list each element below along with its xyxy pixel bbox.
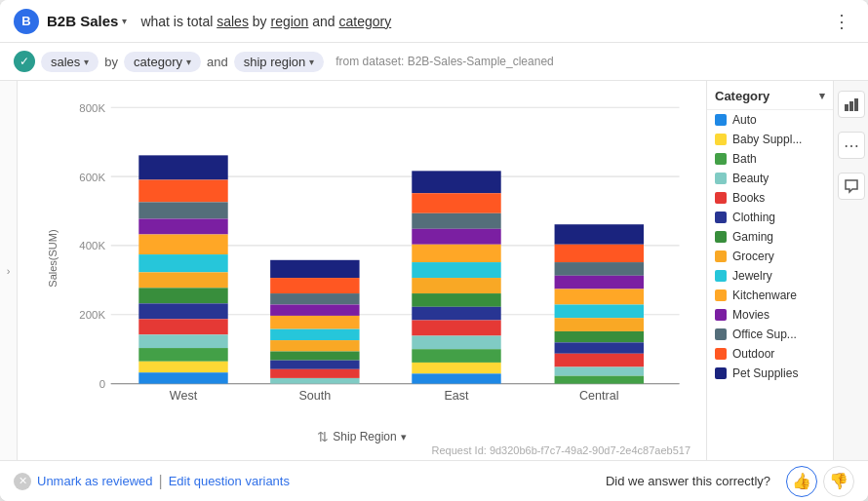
legend-swatch	[715, 114, 727, 126]
svg-rect-32	[270, 340, 359, 351]
svg-rect-67	[849, 101, 853, 111]
thumbdown-button[interactable]: 👎	[823, 466, 854, 497]
feedback-question: Did we answer this correctly?	[606, 474, 770, 488]
more-options-icon[interactable]: ⋮	[829, 7, 854, 36]
svg-rect-34	[270, 361, 359, 369]
svg-text:West: West	[170, 389, 198, 403]
app-name: B2B Sales	[47, 13, 118, 29]
pill-category[interactable]: category ▾	[124, 52, 201, 72]
svg-rect-35	[270, 369, 359, 378]
sort-icon: ⇅	[317, 429, 329, 444]
svg-rect-26	[270, 260, 359, 278]
x-axis-dropdown-icon[interactable]: ▾	[401, 431, 407, 443]
edit-link[interactable]: Edit question variants	[169, 474, 290, 488]
svg-rect-16	[138, 254, 227, 272]
chart-type-icon[interactable]	[838, 91, 865, 118]
svg-rect-43	[412, 262, 500, 278]
by-text: by	[104, 55, 118, 69]
svg-rect-33	[270, 352, 359, 361]
svg-text:South: South	[298, 389, 331, 403]
legend-swatch	[715, 192, 727, 204]
check-icon: ✓	[14, 51, 35, 72]
svg-rect-45	[412, 293, 500, 307]
svg-rect-42	[412, 245, 500, 262]
legend-item: Jewelry	[707, 266, 833, 286]
query-sales: sales	[217, 14, 249, 29]
legend-swatch	[715, 173, 727, 184]
svg-text:400K: 400K	[79, 241, 105, 252]
chart-svg: 800K 600K 400K 200K 0	[66, 89, 690, 427]
legend-item-label: Gaming	[732, 230, 773, 244]
dataset-text: from dataset: B2B-Sales-Sample_cleaned	[335, 55, 553, 68]
x-axis-label-container: ⇅ Ship Region ▾	[317, 429, 406, 444]
legend-item-label: Pet Supplies	[732, 366, 798, 380]
svg-rect-27	[270, 278, 359, 293]
and-text: and	[207, 55, 228, 69]
legend-item: Movies	[707, 305, 833, 325]
svg-rect-41	[412, 229, 500, 245]
thumbup-button[interactable]: 👍	[786, 466, 817, 497]
y-axis-label: Sales(SUM)	[47, 229, 59, 287]
header-query: what is total sales by region and catego…	[140, 14, 391, 29]
header: B B2B Sales ▾ what is total sales by reg…	[0, 0, 868, 43]
more-icon[interactable]: ⋯	[838, 132, 865, 159]
svg-rect-46	[412, 307, 500, 321]
svg-rect-28	[270, 293, 359, 304]
pill-ship-region[interactable]: ship region ▾	[234, 52, 325, 72]
legend-item-label: Auto	[732, 113, 757, 127]
legend-panel: Category ▾ AutoBaby Suppl...BathBeautyBo…	[706, 81, 833, 460]
main-window: B B2B Sales ▾ what is total sales by reg…	[0, 0, 868, 501]
unmark-link[interactable]: Unmark as reviewed	[37, 474, 153, 488]
comment-icon[interactable]	[838, 173, 865, 200]
svg-rect-49	[412, 349, 500, 363]
legend-header: Category ▾	[707, 89, 833, 110]
pill-sales-label: sales	[51, 55, 80, 69]
icon-panel: ⋯	[833, 81, 868, 460]
unmark-x-icon[interactable]: ✕	[14, 473, 31, 490]
legend-item-label: Baby Suppl...	[732, 133, 802, 146]
svg-rect-31	[270, 329, 359, 340]
svg-rect-13	[138, 202, 227, 218]
query-text: what is total	[140, 14, 217, 29]
thumbup-icon: 👍	[792, 472, 811, 490]
svg-rect-60	[555, 331, 644, 342]
legend-swatch	[715, 270, 727, 282]
app-dropdown-icon[interactable]: ▾	[122, 16, 127, 26]
legend-item: Gaming	[707, 227, 833, 247]
svg-rect-58	[555, 305, 644, 319]
pill-category-label: category	[134, 55, 182, 69]
svg-rect-44	[412, 278, 500, 293]
legend-swatch	[715, 153, 727, 165]
svg-text:Central: Central	[579, 389, 619, 403]
main-content: › Sales(SUM) 800K 600K	[0, 81, 868, 460]
legend-item: Outdoor	[707, 344, 833, 364]
chart-container: Sales(SUM) 800K 600K 400K 200K	[18, 89, 706, 427]
legend-item: Books	[707, 188, 833, 208]
legend-item: Pet Supplies	[707, 364, 833, 383]
query-and: and	[308, 14, 338, 29]
svg-rect-39	[412, 193, 500, 213]
svg-rect-14	[138, 219, 227, 235]
svg-rect-11	[138, 155, 227, 179]
svg-rect-20	[138, 319, 227, 334]
legend-item: Office Sup...	[707, 325, 833, 344]
bottom-bar: ✕ Unmark as reviewed | Edit question var…	[0, 460, 868, 501]
query-by: by	[249, 14, 271, 29]
x-axis-label-text: Ship Region	[333, 430, 396, 443]
svg-rect-38	[412, 171, 500, 193]
svg-rect-21	[138, 334, 227, 348]
pill-sales-arrow: ▾	[84, 57, 89, 67]
svg-rect-62	[555, 354, 644, 367]
svg-rect-29	[270, 305, 359, 316]
legend-item-label: Jewelry	[732, 269, 772, 283]
svg-rect-64	[555, 376, 644, 384]
svg-rect-50	[412, 363, 500, 373]
pill-sales[interactable]: sales ▾	[41, 52, 99, 72]
legend-dropdown-icon[interactable]: ▾	[819, 90, 825, 102]
svg-rect-24	[138, 372, 227, 383]
svg-rect-51	[412, 373, 500, 383]
legend-items: AutoBaby Suppl...BathBeautyBooksClothing…	[707, 110, 833, 452]
legend-swatch	[715, 134, 727, 145]
legend-swatch	[715, 348, 727, 360]
collapse-arrow-icon[interactable]: ›	[7, 265, 11, 277]
